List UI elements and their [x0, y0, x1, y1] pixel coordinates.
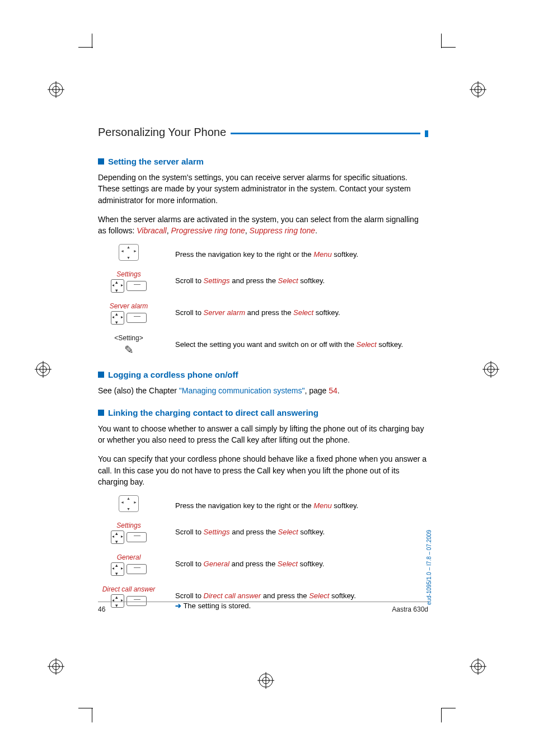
step-caption: Server alarm — [98, 302, 160, 310]
step-row: General ◂▸ Scroll to General and press t… — [98, 553, 428, 577]
step-description: Scroll to Settings and press the Select … — [175, 522, 428, 537]
dpad-softkey-icon: ◂▸ — [111, 530, 147, 544]
registration-mark-icon — [35, 361, 51, 378]
square-bullet-icon — [98, 372, 104, 378]
step-description: Scroll to Settings and press the Select … — [175, 270, 428, 286]
registration-mark-icon — [48, 81, 64, 98]
step-caption: General — [98, 553, 160, 561]
registration-mark-icon — [470, 658, 486, 675]
body-paragraph: You can specify that your cordless phone… — [98, 453, 428, 487]
heading-logging: Logging a cordless phone on/off — [98, 370, 428, 379]
dpad-softkey-icon: ◂▸ — [111, 562, 147, 576]
navigation-key-icon: ◄► — [119, 244, 139, 261]
step-caption: Direct call answer — [98, 585, 160, 593]
step-caption: <Setting> — [98, 334, 160, 342]
page-number: 46 — [98, 605, 105, 613]
crop-mark-icon — [441, 34, 456, 48]
registration-mark-icon — [48, 658, 64, 675]
heading-charging: Linking the charging contact to direct c… — [98, 408, 428, 417]
page-content: Personalizing Your Phone Setting the ser… — [98, 126, 428, 625]
step-row: Settings ◂▸ Scroll to Settings and press… — [98, 522, 428, 546]
crop-mark-icon — [441, 708, 456, 722]
step-description: Scroll to Server alarm and press the Sel… — [175, 302, 428, 318]
page-title: Personalizing Your Phone — [98, 126, 226, 139]
crop-mark-icon — [78, 34, 93, 48]
footer-rule — [98, 602, 428, 602]
registration-mark-icon — [470, 81, 486, 98]
navigation-key-icon: ◄► — [119, 495, 139, 512]
registration-mark-icon — [257, 672, 274, 689]
square-bullet-icon — [98, 410, 104, 416]
section-title-bar: Personalizing Your Phone — [98, 126, 428, 141]
body-paragraph: When the server alarms are activated in … — [98, 214, 428, 237]
step-description: Scroll to General and press the Select s… — [175, 553, 428, 569]
step-caption: Settings — [98, 522, 160, 529]
steps-server-alarm: ◄► Press the navigation key to the right… — [98, 244, 428, 356]
step-row: Settings ◂▸ Scroll to Settings and press… — [98, 270, 428, 294]
body-paragraph: You want to choose whether to answer a c… — [98, 423, 428, 446]
page-reference: 54 — [329, 386, 338, 395]
body-paragraph: Depending on the system's settings, you … — [98, 172, 428, 206]
pen-icon: ✎ — [124, 344, 134, 356]
dpad-softkey-icon: ◂▸ — [111, 279, 147, 293]
step-row: ◄► Press the navigation key to the right… — [98, 244, 428, 262]
step-description: Press the navigation key to the right or… — [175, 244, 428, 260]
cross-reference-link[interactable]: "Managing communication systems" — [179, 386, 305, 395]
dpad-softkey-icon: ◂▸ — [111, 311, 147, 325]
step-row: ◄► Press the navigation key to the right… — [98, 495, 428, 514]
step-caption: Settings — [98, 270, 160, 278]
document-revision: eud-1095/1.0 – I7.8 – 07.2009 — [426, 530, 432, 605]
step-description: Press the navigation key to the right or… — [175, 495, 428, 511]
heading-server-alarm: Setting the server alarm — [98, 157, 428, 166]
step-row: Server alarm ◂▸ Scroll to Server alarm a… — [98, 302, 428, 326]
step-description: Select the setting you want and switch o… — [175, 334, 428, 350]
page-footer: 46 Aastra 630d — [98, 605, 428, 613]
steps-charging: ◄► Press the navigation key to the right… — [98, 495, 428, 611]
product-model: Aastra 630d — [392, 605, 428, 613]
square-bullet-icon — [98, 158, 104, 165]
step-row: <Setting> ✎ Select the setting you want … — [98, 334, 428, 356]
crop-mark-icon — [78, 708, 93, 722]
registration-mark-icon — [483, 361, 499, 378]
body-paragraph: See (also) the Chapter "Managing communi… — [98, 385, 428, 396]
